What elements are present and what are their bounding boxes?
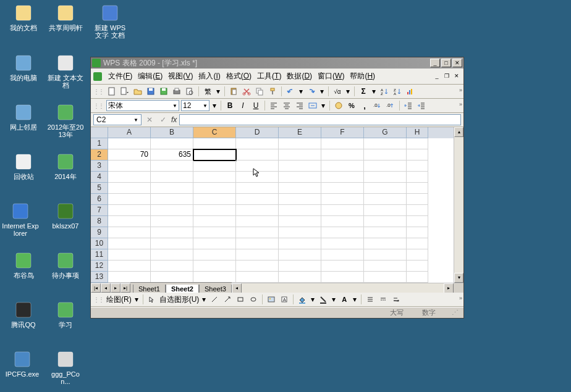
menu-item[interactable]: 数据(D)	[284, 70, 315, 83]
cells[interactable]: 70635	[108, 138, 428, 283]
size-dd[interactable]: ▾	[211, 100, 218, 111]
cell[interactable]	[321, 272, 364, 283]
sum-dd[interactable]: ▾	[371, 86, 377, 97]
arrow-tool[interactable]	[222, 294, 233, 305]
percent-button[interactable]: %	[346, 100, 357, 111]
sum-button[interactable]: Σ	[358, 86, 369, 97]
arrow-style[interactable]	[391, 294, 402, 305]
sort-asc[interactable]: AZ	[379, 86, 390, 97]
row-header[interactable]: 8	[91, 216, 108, 227]
redo-button[interactable]	[306, 86, 317, 97]
eq-dd[interactable]: ▾	[345, 86, 351, 97]
maximize-button[interactable]: □	[441, 59, 451, 67]
cell[interactable]	[407, 249, 428, 261]
line-dd[interactable]: ▾	[331, 294, 337, 305]
undo-dd[interactable]: ▾	[298, 86, 304, 97]
dec-decimal[interactable]: .0	[385, 100, 396, 111]
cell[interactable]	[108, 205, 151, 216]
col-header[interactable]: A	[108, 127, 151, 138]
desktop-icon[interactable]: 回收站	[5, 152, 42, 180]
line-tool[interactable]	[209, 294, 220, 305]
row-header[interactable]: 11	[91, 249, 108, 261]
scroll-up[interactable]: ▴	[454, 127, 463, 137]
row-header[interactable]: 10	[91, 238, 108, 249]
cell[interactable]	[407, 138, 428, 149]
cell[interactable]	[151, 261, 193, 272]
cell[interactable]	[193, 138, 236, 149]
cell[interactable]	[108, 194, 151, 205]
fill-dd[interactable]: ▾	[310, 294, 316, 305]
cell[interactable]	[364, 272, 407, 283]
format-painter[interactable]	[267, 86, 278, 97]
rect-tool[interactable]	[235, 294, 246, 305]
row-header[interactable]: 7	[91, 205, 108, 216]
save-button[interactable]	[145, 86, 156, 97]
inc-decimal[interactable]: .0	[372, 100, 383, 111]
cell[interactable]	[236, 238, 279, 249]
desktop-icon[interactable]: IPCFG.exe	[4, 349, 41, 378]
cell[interactable]	[364, 216, 407, 227]
mdi-close[interactable]: ✕	[452, 73, 461, 80]
cell[interactable]	[108, 249, 151, 261]
mdi-minimize[interactable]: _	[433, 73, 441, 80]
cell[interactable]	[108, 161, 151, 172]
comma-button[interactable]: ,	[359, 100, 370, 111]
cell[interactable]	[193, 194, 236, 205]
cell[interactable]	[151, 249, 193, 261]
cell[interactable]	[321, 249, 364, 261]
cell[interactable]	[236, 161, 279, 172]
cell[interactable]	[279, 227, 321, 238]
fill-color[interactable]	[297, 294, 308, 305]
autoshape-dd[interactable]: ▾	[201, 294, 207, 305]
desktop-icon[interactable]: Internet Explorer	[2, 201, 39, 237]
cell[interactable]	[364, 138, 407, 149]
draw-menu[interactable]: 绘图(R)	[106, 294, 132, 305]
desktop-icon[interactable]: 网上邻居	[5, 102, 42, 131]
cell[interactable]	[193, 249, 236, 261]
cell[interactable]	[279, 205, 321, 216]
menu-item[interactable]: 帮助(H)	[347, 70, 378, 83]
cell[interactable]	[364, 161, 407, 172]
cell[interactable]	[321, 194, 364, 205]
cell[interactable]	[321, 138, 364, 149]
cell[interactable]	[151, 238, 193, 249]
enter-entry[interactable]: ✓	[158, 114, 169, 125]
cell[interactable]	[236, 149, 279, 161]
pointer-tool[interactable]	[146, 294, 158, 305]
cell[interactable]	[108, 183, 151, 194]
select-all[interactable]	[91, 127, 108, 138]
col-header[interactable]: C	[193, 127, 236, 138]
cell[interactable]	[236, 227, 279, 238]
trad-dd[interactable]: ▾	[215, 86, 221, 97]
cell[interactable]	[193, 161, 236, 172]
desktop-icon[interactable]: 腾讯QQ	[5, 300, 42, 328]
cell[interactable]	[321, 227, 364, 238]
align-right[interactable]	[294, 100, 305, 111]
row-header[interactable]: 3	[91, 161, 108, 172]
row-header[interactable]: 1	[91, 138, 108, 149]
preview-button[interactable]	[184, 86, 195, 97]
cell[interactable]	[236, 138, 279, 149]
cell[interactable]	[407, 183, 428, 194]
draw-dd[interactable]: ▾	[133, 294, 140, 305]
font-size-combo[interactable]: 12▼	[181, 100, 209, 111]
cell[interactable]	[364, 227, 407, 238]
cell[interactable]	[407, 172, 428, 183]
desktop-icon[interactable]: 2012年至2013年	[47, 102, 84, 138]
cell[interactable]	[407, 194, 428, 205]
col-header[interactable]: G	[364, 127, 407, 138]
cell[interactable]	[279, 249, 321, 261]
line-style[interactable]	[378, 294, 389, 305]
cell[interactable]	[279, 261, 321, 272]
open-button[interactable]	[132, 86, 143, 97]
redo-dd[interactable]: ▾	[319, 86, 325, 97]
fx-icon[interactable]: fx	[171, 115, 177, 124]
col-header[interactable]: H	[407, 127, 428, 138]
currency-button[interactable]	[333, 100, 344, 111]
cell[interactable]	[236, 261, 279, 272]
cell[interactable]	[407, 238, 428, 249]
desktop-icon[interactable]: 布谷鸟	[5, 251, 42, 279]
desktop-icon[interactable]: 共享周明軒	[47, 3, 84, 31]
next-sheet[interactable]: ▸	[111, 283, 121, 293]
vertical-scrollbar[interactable]: ▴ ▾	[454, 127, 463, 283]
